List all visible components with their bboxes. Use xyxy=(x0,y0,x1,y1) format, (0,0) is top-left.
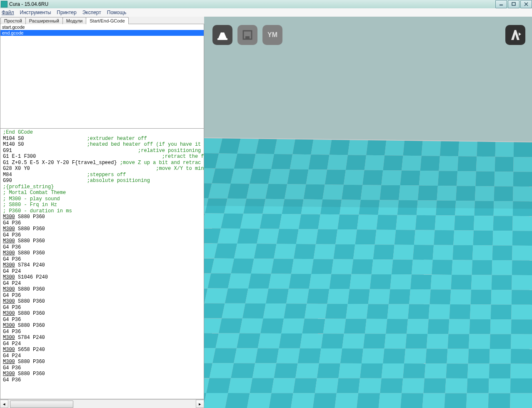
svg-marker-139 xyxy=(294,244,316,259)
svg-marker-328 xyxy=(466,393,489,408)
svg-marker-263 xyxy=(234,348,258,363)
svg-marker-177 xyxy=(329,274,351,289)
menu-file[interactable]: Файл xyxy=(2,10,14,15)
svg-marker-161 xyxy=(372,259,393,274)
minimize-button[interactable] xyxy=(495,0,507,8)
svg-marker-149 xyxy=(492,245,512,260)
svg-marker-271 xyxy=(404,348,427,363)
3d-viewport[interactable]: YM xyxy=(204,17,532,408)
menu-bar: Файл Инструменты Принтер Эксперт Помощь xyxy=(0,8,532,17)
svg-marker-98 xyxy=(204,213,224,228)
menu-help[interactable]: Помощь xyxy=(107,10,126,15)
svg-marker-311 xyxy=(489,378,511,393)
svg-marker-154 xyxy=(231,259,254,274)
svg-marker-233 xyxy=(365,319,387,334)
svg-rect-1 xyxy=(512,2,515,5)
svg-marker-220 xyxy=(470,304,491,319)
svg-marker-234 xyxy=(386,319,408,334)
tab-simple[interactable]: Простой xyxy=(0,17,26,24)
tab-start-end-gcode[interactable]: Start/End-GCode xyxy=(86,17,128,24)
svg-marker-118 xyxy=(237,229,260,244)
scroll-right-arrow-icon[interactable]: ▸ xyxy=(196,400,204,408)
svg-marker-240 xyxy=(511,319,532,334)
svg-marker-213 xyxy=(325,304,348,319)
build-volume xyxy=(204,17,532,408)
svg-marker-192 xyxy=(266,289,289,304)
svg-marker-181 xyxy=(410,274,432,289)
svg-marker-141 xyxy=(333,244,355,259)
svg-marker-274 xyxy=(468,349,490,364)
menu-expert[interactable]: Эксперт xyxy=(82,10,101,15)
svg-marker-238 xyxy=(470,319,491,334)
gcode-file-list[interactable]: start.gcode end.gcode xyxy=(0,24,204,129)
menu-tools[interactable]: Инструменты xyxy=(20,10,51,15)
svg-marker-269 xyxy=(362,348,385,363)
svg-marker-323 xyxy=(357,393,380,408)
svg-marker-109 xyxy=(415,215,436,230)
svg-marker-219 xyxy=(449,304,470,319)
svg-marker-101 xyxy=(260,214,282,229)
svg-rect-332 xyxy=(217,38,227,40)
svg-marker-265 xyxy=(276,348,300,363)
svg-marker-251 xyxy=(363,334,386,349)
svg-marker-245 xyxy=(237,333,260,348)
svg-marker-131 xyxy=(493,231,513,246)
view-mode-button[interactable] xyxy=(505,25,525,45)
svg-marker-325 xyxy=(400,393,423,408)
svg-marker-319 xyxy=(269,393,293,408)
scroll-track[interactable] xyxy=(8,400,196,408)
svg-marker-309 xyxy=(445,378,468,393)
svg-marker-172 xyxy=(228,274,251,289)
tab-advanced[interactable]: Расширенный xyxy=(25,17,63,24)
print-button[interactable] xyxy=(237,25,257,45)
file-end-gcode[interactable]: end.gcode xyxy=(0,30,204,36)
settings-tabs: Простой Расширенный Модули Start/End-GCo… xyxy=(0,17,204,24)
svg-marker-114 xyxy=(512,216,532,231)
svg-marker-222 xyxy=(511,305,532,320)
svg-marker-162 xyxy=(392,259,413,274)
scroll-left-arrow-icon[interactable]: ◂ xyxy=(0,400,8,408)
youmagine-button[interactable]: YM xyxy=(262,25,282,45)
left-pane: Простой Расширенный Модули Start/End-GCo… xyxy=(0,17,204,408)
svg-marker-229 xyxy=(281,318,305,333)
svg-marker-290 xyxy=(425,363,447,378)
close-button[interactable] xyxy=(520,0,532,8)
svg-marker-160 xyxy=(352,259,373,274)
svg-marker-255 xyxy=(447,334,469,349)
svg-marker-121 xyxy=(296,229,318,244)
svg-marker-270 xyxy=(383,348,405,363)
svg-marker-120 xyxy=(277,229,299,244)
gcode-editor[interactable]: ;End GCode M104 S0 ;extruder heater off … xyxy=(0,129,204,399)
svg-marker-287 xyxy=(360,363,383,378)
svg-marker-215 xyxy=(367,304,389,319)
svg-marker-167 xyxy=(492,260,512,275)
svg-marker-174 xyxy=(268,274,291,289)
svg-marker-163 xyxy=(412,260,433,275)
gcode-editor-content[interactable]: ;End GCode M104 S0 ;extruder heater off … xyxy=(0,129,204,399)
svg-marker-171 xyxy=(207,274,231,289)
svg-marker-288 xyxy=(382,363,405,378)
svg-marker-283 xyxy=(274,363,298,378)
editor-horizontal-scrollbar[interactable]: ◂ ▸ xyxy=(0,399,204,408)
svg-marker-178 xyxy=(350,274,372,289)
svg-marker-204 xyxy=(512,290,532,305)
maximize-button[interactable] xyxy=(508,0,520,8)
scroll-thumb[interactable] xyxy=(10,401,73,408)
svg-marker-232 xyxy=(344,319,367,334)
file-start-gcode[interactable]: start.gcode xyxy=(0,24,204,30)
svg-marker-190 xyxy=(225,289,248,304)
load-model-button[interactable] xyxy=(212,25,232,45)
tab-modules[interactable]: Модули xyxy=(62,17,86,24)
svg-marker-193 xyxy=(286,289,309,304)
svg-marker-293 xyxy=(489,363,511,378)
svg-marker-237 xyxy=(448,319,470,334)
menu-printer[interactable]: Принтер xyxy=(57,10,76,15)
svg-marker-281 xyxy=(231,363,255,378)
svg-marker-236 xyxy=(427,319,449,334)
svg-marker-317 xyxy=(225,393,250,408)
svg-marker-210 xyxy=(263,304,287,318)
svg-marker-144 xyxy=(393,245,414,260)
svg-marker-294 xyxy=(510,364,532,379)
svg-marker-214 xyxy=(346,304,368,319)
svg-marker-249 xyxy=(321,333,344,348)
